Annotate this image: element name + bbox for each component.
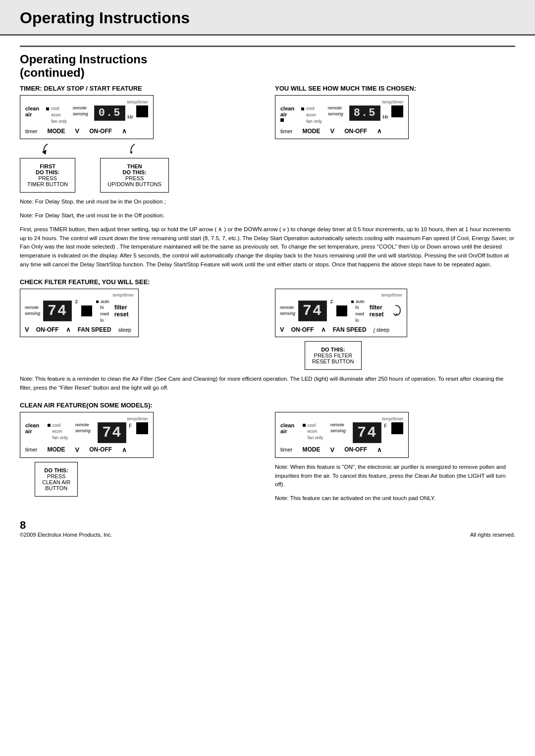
clean-air-panel-left-air: air: [25, 428, 39, 434]
filter-panel-left-display: 74: [43, 301, 72, 321]
clean-air-panel-right-timer: timer: [280, 447, 292, 453]
clean-air-panel-left: temp/timer clean air cool econ fan only: [20, 412, 154, 458]
filter-do-this-box: DO THIS: PRESS FILTER RESET BUTTON: [305, 341, 362, 370]
clean-air-panel-left-mode[interactable]: MODE: [47, 446, 65, 453]
clean-air-panel-right-air: air: [280, 428, 294, 434]
clean-air-panel-left-black-square: [136, 422, 148, 434]
clean-air-left-col: temp/timer clean air cool econ fan only: [20, 412, 260, 497]
timer-panel-left-clean: clean: [25, 105, 39, 111]
clean-air-panel-right-up[interactable]: ∧: [377, 446, 382, 454]
timer-panel-left-up-arrow[interactable]: ∧: [122, 127, 127, 135]
filter-panel-left-remote: remotesensing: [25, 305, 40, 316]
clean-air-panel-right-sensing: sensing: [330, 428, 346, 434]
filter-panel-left-down[interactable]: V: [25, 326, 29, 333]
filter-panel-right-f: F: [330, 299, 333, 305]
filter-auto-r: auto: [356, 299, 365, 305]
timer-panel-right-up-arrow[interactable]: ∧: [377, 127, 382, 135]
filter-lo-r: lo: [355, 317, 365, 324]
timer-panel-right-temp-timer-label: temp/timer: [382, 100, 403, 104]
timer-panel-left-wrapper: temp/timer clean air cool econ fan only: [20, 95, 154, 139]
timer-panel-right: temp/timer clean air cool econ fan only: [275, 95, 409, 139]
clean-air-panel-right-on-off[interactable]: ON-OFF: [344, 446, 367, 453]
filter-hi-r: hi: [355, 304, 365, 311]
filter-do-this-heading: DO THIS:: [312, 347, 354, 353]
then-arrow-icon: [127, 143, 142, 158]
timer-panel-left-remote: remote: [73, 105, 87, 111]
filter-panel-left-f: F: [75, 299, 78, 305]
timer-panel-right-mode: MODE: [302, 128, 320, 135]
clean-air-do-this-detail: CLEAN AIRBUTTON: [42, 479, 70, 491]
timer-panel-left-sensing: sensing: [73, 111, 88, 117]
timer-panel-right-air: air: [280, 111, 294, 117]
timer-panel-right-down-arrow[interactable]: V: [330, 127, 334, 135]
filter-panel-right-on-off[interactable]: ON-OFF: [291, 326, 314, 333]
filter-do-this-wrapper: DO THIS: PRESS FILTER RESET BUTTON: [305, 341, 515, 370]
filter-hi: hi: [100, 304, 109, 311]
timer-panel-right-remote: remote: [328, 105, 342, 111]
timer-left-col: TIMER: DELAY STOP / START FEATURE temp/t…: [20, 85, 260, 193]
filter-panel-right-fan-speed[interactable]: FAN SPEED: [333, 326, 367, 333]
timer-panel-left-on-off[interactable]: ON-OFF: [89, 128, 112, 135]
first-do-this-heading: FIRSTDO THIS:: [27, 163, 68, 175]
clean-air-panel-left-remote: remote: [75, 422, 89, 428]
clean-air-panel-right-black-square: [391, 422, 403, 434]
filter-panel-right-up[interactable]: ∧: [321, 326, 326, 333]
filter-do-this-action: PRESS FILTER: [312, 353, 354, 358]
clean-air-panel-left-sensing: sensing: [75, 428, 91, 434]
clean-air-panel-left-down[interactable]: V: [75, 446, 79, 454]
timer-section-title: TIMER: DELAY STOP / START FEATURE: [20, 85, 260, 92]
filter-panel-left-fan-speed[interactable]: FAN SPEED: [78, 326, 111, 333]
timer-right-col: YOU WILL SEE HOW MUCH TIME IS CHOSEN: te…: [275, 85, 515, 139]
first-do-this-block: FIRSTDO THIS: PRESS TIMER BUTTON: [20, 143, 75, 193]
clean-air-panel-left-up[interactable]: ∧: [122, 446, 127, 454]
filter-panel-right-temp-timer: temp/timer: [381, 293, 403, 298]
clean-air-panel-left-display: 74: [98, 422, 126, 443]
timer-panel-left-mode: MODE: [47, 128, 65, 135]
indicator-cool: cool: [51, 105, 59, 112]
filter-left-col: temp/timer remotesensing 74 F auto hi me…: [20, 289, 260, 337]
section-header: Operating Instructions (continued): [20, 53, 515, 80]
clean-air-section: CLEAN AIR FEATURE(on some models): temp/…: [20, 402, 515, 508]
clean-air-panel-right: temp/timer clean air cool econ fan only: [275, 412, 409, 458]
first-do-this-detail: TIMER BUTTON: [27, 181, 68, 187]
timer-note1: Note: For Delay Stop, the unit must be i…: [20, 198, 515, 206]
clean-air-panel-left-on-off[interactable]: ON-OFF: [89, 446, 112, 453]
clean-air-panel-right-down[interactable]: V: [330, 446, 334, 454]
filter-panel-right-down[interactable]: V: [280, 326, 284, 333]
clean-air-right-col: temp/timer clean air cool econ fan only: [275, 412, 515, 508]
filter-panel-right-remote: remotesensing: [280, 305, 295, 316]
filter-med-r: med: [355, 311, 365, 317]
timer-panel-left-display: 0.5: [94, 105, 126, 121]
clean-air-panel-right-clean: clean: [280, 422, 294, 428]
clean-air-panel-right-f: F: [384, 422, 387, 429]
then-do-this-block: THENDO THIS: PRESS UP/DOWN BUTTONS: [100, 143, 169, 193]
first-do-this-action: PRESS: [27, 175, 68, 181]
footer-rights: All rights reserved.: [470, 532, 515, 538]
footer-copyright: ©2009 Electrolux Home Products, Inc.: [20, 532, 112, 538]
timer-panel-right-on-off[interactable]: ON-OFF: [344, 128, 367, 135]
filter-panel-right-display: 74: [298, 301, 327, 321]
filter-section-title: CHECK FILTER FEATURE, YOU WILL SEE:: [20, 278, 515, 286]
filter-panel-right-filter-label: filter: [370, 304, 384, 311]
page-title-bar: Operating Instructions: [0, 0, 535, 36]
indicator-fanonly: fan only: [51, 118, 67, 125]
clean-air-do-this-action: PRESS: [42, 473, 70, 479]
then-do-this-action: PRESS: [107, 175, 161, 181]
timer-panel-left-down-arrow[interactable]: V: [75, 127, 79, 135]
timer-panel-right-black-square: [391, 105, 403, 117]
filter-panel-left-sleep: sleep: [118, 327, 131, 333]
timer-panel-left-air: air: [25, 111, 39, 117]
filter-panel-left-on-off[interactable]: ON-OFF: [36, 326, 59, 333]
timer-panel-left-hr: Hr: [127, 114, 133, 121]
filter-panel-left-filter-label: filter: [114, 304, 129, 311]
clean-air-panel-right-remote: remote: [330, 422, 344, 428]
timer-panel-right-display: 8.5: [349, 105, 381, 121]
filter-panel-right-sleep: / sleep: [374, 327, 389, 333]
clean-air-panel-right-mode[interactable]: MODE: [302, 446, 320, 453]
filter-panel-left-up[interactable]: ∧: [66, 326, 71, 333]
timer-note3: First, press TIMER button, then adjust t…: [20, 225, 515, 269]
filter-panel-left-black-sq: [81, 305, 92, 316]
filter-panel-right: temp/timer remotesensing 74 F auto hi me…: [275, 289, 407, 337]
clean-air-panel-left-temp-timer: temp/timer: [127, 416, 148, 421]
section-divider: [20, 46, 515, 47]
